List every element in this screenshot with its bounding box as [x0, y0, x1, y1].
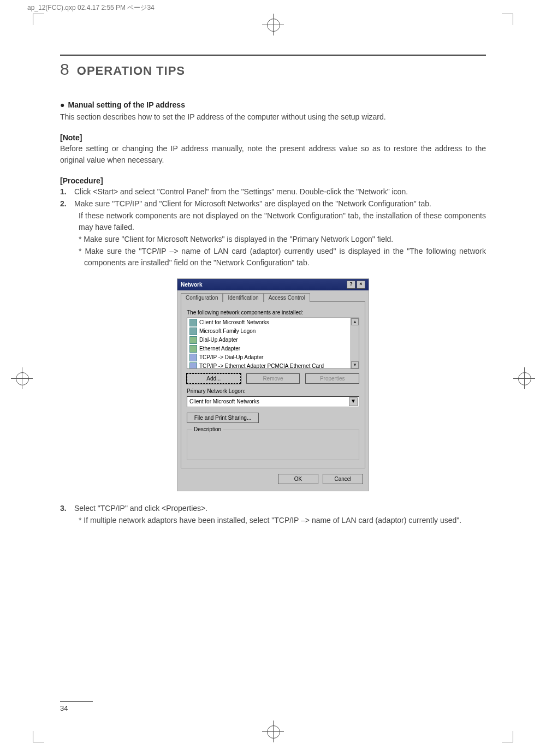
primary-logon-label: Primary Network Logon: [187, 388, 359, 394]
chevron-down-icon[interactable]: ▼ [349, 397, 358, 406]
page-content: 8 OPERATION TIPS Manual setting of the I… [60, 55, 486, 712]
step-text: Click <Start> and select "Control Panel"… [74, 186, 408, 197]
tab-access-control[interactable]: Access Control [264, 293, 310, 302]
components-listbox[interactable]: Client for Microsoft Networks Microsoft … [187, 318, 359, 369]
window-body: Configuration Identification Access Cont… [177, 290, 369, 491]
list-item[interactable]: Dial-Up Adapter [187, 336, 359, 344]
list-item[interactable]: TCP/IP -> Dial-Up Adapter [187, 353, 359, 362]
step-text: Select "TCP/IP" and click <Properties>. [74, 503, 207, 514]
step-number: 3. [60, 503, 74, 514]
description-label: Description [192, 426, 223, 432]
step-text: Make sure "TCP/IP" and "Client for Micro… [74, 198, 431, 209]
registration-mark-icon [262, 14, 284, 35]
adapter-icon [189, 345, 197, 353]
components-label: The following network components are ins… [187, 309, 359, 316]
list-item[interactable]: Client for Microsoft Networks [187, 318, 359, 327]
procedure-step: 1. Click <Start> and select "Control Pan… [60, 186, 486, 197]
client-icon [189, 319, 197, 326]
step-subtext: If these network components are not disp… [79, 210, 486, 233]
primary-logon-combo[interactable]: Client for Microsoft Networks ▼ [187, 396, 359, 407]
scrollbar[interactable]: ▲ ▼ [351, 318, 359, 368]
adapter-icon [189, 336, 197, 344]
window-title-text: Network [181, 282, 202, 288]
protocol-icon [189, 354, 197, 361]
section-title: 8 OPERATION TIPS [60, 60, 486, 79]
crop-mark-icon [33, 14, 44, 25]
intro-paragraph: This section describes how to set the IP… [60, 111, 486, 122]
step-number: 1. [60, 186, 74, 197]
file-print-sharing-button[interactable]: File and Print Sharing... [187, 413, 259, 423]
procedure-label: [Procedure] [60, 176, 486, 185]
tab-identification[interactable]: Identification [223, 293, 263, 302]
crop-mark-icon [33, 731, 44, 742]
step-note: * Make sure "Client for Microsoft Networ… [79, 234, 486, 245]
procedure-step: 2. Make sure "TCP/IP" and "Client for Mi… [60, 198, 486, 209]
note-label: [Note] [60, 133, 486, 142]
scroll-down-button[interactable]: ▼ [351, 361, 359, 368]
list-item[interactable]: TCP/IP -> Ethernet Adapter PCMCIA Ethern… [187, 362, 359, 369]
properties-button[interactable]: Properties [305, 373, 359, 384]
note-text: Before setting or changing the IP addres… [60, 143, 486, 165]
remove-button[interactable]: Remove [246, 373, 300, 384]
section-heading-text: OPERATION TIPS [77, 64, 185, 78]
step-number: 2. [60, 198, 74, 209]
protocol-icon [189, 362, 197, 369]
step-note: * Make sure the "TCP/IP –> name of LAN c… [79, 246, 486, 268]
help-button[interactable]: ? [347, 281, 355, 289]
tab-panel-configuration: The following network components are ins… [181, 301, 365, 468]
list-item[interactable]: Ethernet Adapter [187, 344, 359, 353]
close-button[interactable]: × [357, 281, 365, 289]
add-button[interactable]: Add... [187, 373, 241, 384]
section-number: 8 [60, 60, 70, 78]
procedure-step: 3. Select "TCP/IP" and click <Properties… [60, 503, 486, 514]
crop-mark-icon [502, 731, 513, 742]
scroll-up-button[interactable]: ▲ [351, 318, 359, 325]
crop-mark-icon [502, 14, 513, 25]
page-number: 34 [60, 701, 93, 712]
tab-strip: Configuration Identification Access Cont… [181, 293, 365, 301]
print-header: ap_12(FCC).qxp 02.4.17 2:55 PM ページ34 [0, 0, 546, 13]
title-rule [60, 55, 486, 56]
registration-mark-icon [11, 367, 33, 389]
window-titlebar: Network ? × [177, 279, 369, 290]
description-group: Description [187, 430, 359, 460]
registration-mark-icon [513, 367, 535, 389]
network-dialog-screenshot: Network ? × Configuration Identification… [177, 279, 369, 491]
cancel-button[interactable]: Cancel [323, 474, 363, 484]
ok-button[interactable]: OK [278, 474, 318, 484]
client-icon [189, 328, 197, 335]
step-note: * If multiple network adaptors have been… [79, 515, 486, 526]
registration-mark-icon [262, 721, 284, 742]
list-item[interactable]: Microsoft Family Logon [187, 327, 359, 336]
combo-value: Client for Microsoft Networks [189, 398, 259, 404]
tab-configuration[interactable]: Configuration [181, 293, 223, 302]
bullet-heading: Manual setting of the IP address [60, 100, 486, 109]
